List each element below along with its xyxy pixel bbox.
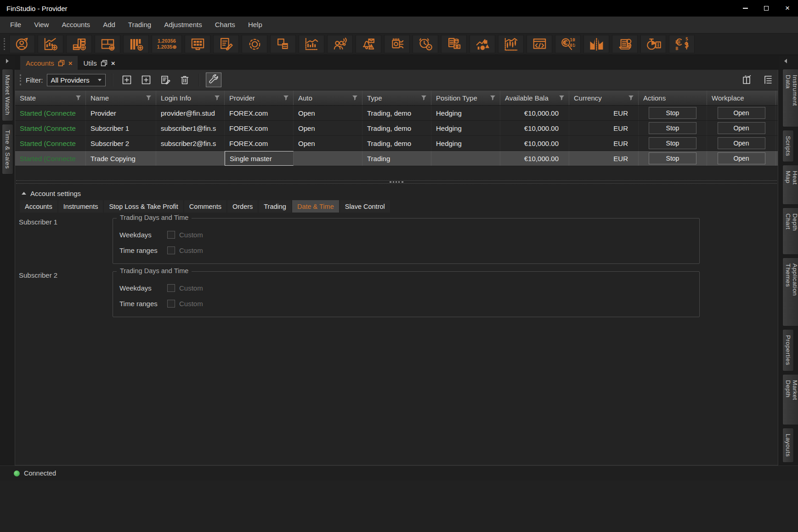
side-tab-instrument-data[interactable]: Instrument Data [782,69,798,127]
group-panel-button[interactable] [760,73,776,87]
network-contacts-icon-button[interactable] [327,35,353,53]
side-tab-heat-map[interactable]: Heat Map [782,165,798,205]
grid-cell[interactable]: Open [294,106,362,120]
stop-button[interactable]: Stop [649,152,696,164]
notifications-alerts-icon-button[interactable] [356,35,381,53]
algo-chip-icon-button[interactable] [384,35,410,53]
column-header-workplace[interactable]: Workplace [707,90,776,105]
column-header-available-bala[interactable]: Available Bala [500,90,569,105]
depth-of-market-icon-button[interactable] [583,35,609,53]
stop-button[interactable]: Stop [649,137,696,149]
column-header-actions[interactable]: Actions [639,90,707,105]
settings-tab-stop-loss-take-profit[interactable]: Stop Loss & Take Profit [104,200,183,213]
filter-funnel-icon[interactable] [146,95,152,101]
tab-close-icon[interactable]: × [68,59,73,67]
currency-converter-icon-button[interactable]: BS [669,35,695,53]
left-strip-expand-icon[interactable] [6,59,9,63]
candlestick-chart-icon-button[interactable] [498,35,524,53]
analytics-chart-icon-button[interactable] [299,35,324,53]
menu-accounts[interactable]: Accounts [55,17,96,33]
open-workplace-button[interactable]: Open [718,122,765,134]
grid-cell[interactable]: Subscriber 1 [86,121,156,135]
stop-button[interactable]: Stop [649,122,696,134]
menu-trading[interactable]: Trading [122,17,158,33]
settings-gear-icon-button[interactable] [242,35,267,53]
menu-file[interactable]: File [4,17,28,33]
column-header-type[interactable]: Type [362,90,431,105]
column-header-auto[interactable]: Auto [294,90,362,105]
order-note-icon-button[interactable] [213,35,239,53]
grid-cell[interactable]: Hedging [431,106,500,120]
menu-charts[interactable]: Charts [209,17,242,33]
open-workplace-button[interactable]: Open [718,137,765,149]
grid-cell[interactable]: Provider [86,106,156,120]
table-row-provider[interactable]: Started (ConnecteProviderprovider@fin.st… [15,106,778,121]
delete-account-button[interactable] [177,73,192,87]
provider-filter-dropdown[interactable]: All Providers [47,74,106,86]
settings-tab-orders[interactable]: Orders [227,200,258,213]
grid-cell[interactable] [431,151,500,166]
filter-funnel-icon[interactable] [283,95,289,101]
task-manager-icon-button[interactable] [612,35,638,53]
menu-adjustments[interactable]: Adjustments [158,17,209,33]
side-tab-market-depth[interactable]: Market Depth [782,374,798,425]
tab-close-icon[interactable]: × [111,59,115,67]
grid-cell[interactable]: Subscriber 2 [86,136,156,151]
edit-account-button[interactable] [158,73,173,87]
side-tab-application-themes[interactable]: Application Themes [782,258,798,326]
quote-board-add-button[interactable]: 1.20356 1.2035⊕ [152,35,182,53]
float-window-icon[interactable] [101,60,108,67]
grid-cell[interactable]: Trade Copying [86,151,156,166]
side-tab-properties[interactable]: Properties [782,329,794,371]
settings-tab-instruments[interactable]: Instruments [58,200,103,213]
toolbar-grip[interactable] [4,38,5,50]
settings-tab-comments[interactable]: Comments [184,200,226,213]
settings-tab-accounts[interactable]: Accounts [20,200,57,213]
filter-funnel-icon[interactable] [352,95,358,101]
grid-cell[interactable]: €10,000.00 [500,121,569,135]
stop-button[interactable]: Stop [649,107,696,119]
workspace-add-icon-button[interactable] [95,35,120,53]
grid-cell[interactable]: EUR [569,106,639,120]
grid-cell[interactable]: Trading, demo [362,121,431,135]
column-chooser-button[interactable] [739,73,755,87]
side-tab-time-sales[interactable]: Time & Sales [2,124,13,175]
menu-view[interactable]: View [28,17,55,33]
grid-cell[interactable]: Started (Connecte [15,121,86,135]
grid-cell[interactable]: Trading [362,151,431,166]
grid-cell[interactable]: €10,000.00 [500,151,569,166]
side-tab-market-watch[interactable]: Market Watch [2,69,13,121]
table-view-icon-button[interactable] [185,35,210,53]
filter-funnel-icon[interactable] [75,95,81,101]
grid-cell[interactable]: Started (Connecte [15,136,86,151]
filter-funnel-icon[interactable] [559,95,565,101]
settings-tab-date-time[interactable]: Date & Time [292,200,339,213]
weekdays-custom-checkbox[interactable] [167,231,175,239]
grid-cell[interactable]: Trading, demo [362,136,431,151]
grid-cell[interactable]: subscriber1@fin.s [156,121,225,135]
column-header-provider[interactable]: Provider [225,90,294,105]
settings-tab-trading[interactable]: Trading [259,200,291,213]
tab-accounts[interactable]: Accounts × [20,56,78,70]
grid-cell[interactable]: FOREX.com [225,136,294,151]
chart-add-icon-button[interactable] [38,35,63,53]
grid-cell[interactable]: FOREX.com [225,121,294,135]
account-refresh-icon-button[interactable] [9,35,35,53]
column-header-login-info[interactable]: Login Info [156,90,225,105]
right-strip-expand-icon[interactable] [784,59,787,63]
table-row-trade-copying[interactable]: Started (ConnecteTrade CopyingSingle mas… [15,151,778,166]
grid-cell[interactable]: FOREX.com [225,106,294,120]
grid-cell[interactable]: Open [294,136,362,151]
menu-add[interactable]: Add [96,17,122,33]
column-header-name[interactable]: Name [86,90,156,105]
account-settings-header[interactable]: Account settings [15,186,778,200]
grid-cell[interactable]: Single master [225,151,294,166]
chart-objects-icon-button[interactable] [470,35,495,53]
filter-toolbar-grip[interactable] [20,74,21,85]
code-editor-icon-button[interactable] [526,35,552,53]
table-row-subscriber-1[interactable]: Started (ConnecteSubscriber 1subscriber1… [15,121,778,136]
grid-cell[interactable]: EUR [569,121,639,135]
add-account-button[interactable] [119,73,135,87]
grid-cell[interactable]: EUR [569,136,639,151]
filter-funnel-icon[interactable] [490,95,496,101]
